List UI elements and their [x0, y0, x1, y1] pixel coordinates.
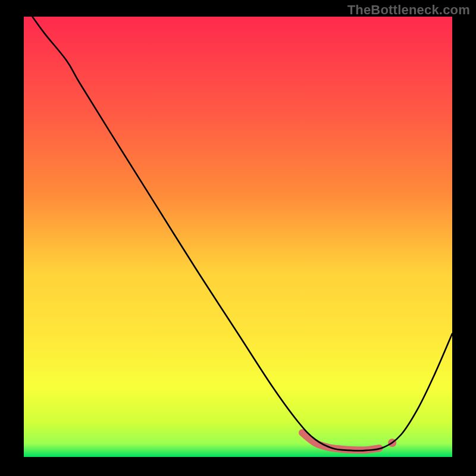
plot-area: [24, 17, 452, 457]
gradient-background: [24, 17, 452, 457]
chart-svg: [24, 17, 452, 457]
chart-frame: TheBottleneck.com: [0, 0, 476, 476]
watermark-label: TheBottleneck.com: [347, 2, 470, 18]
